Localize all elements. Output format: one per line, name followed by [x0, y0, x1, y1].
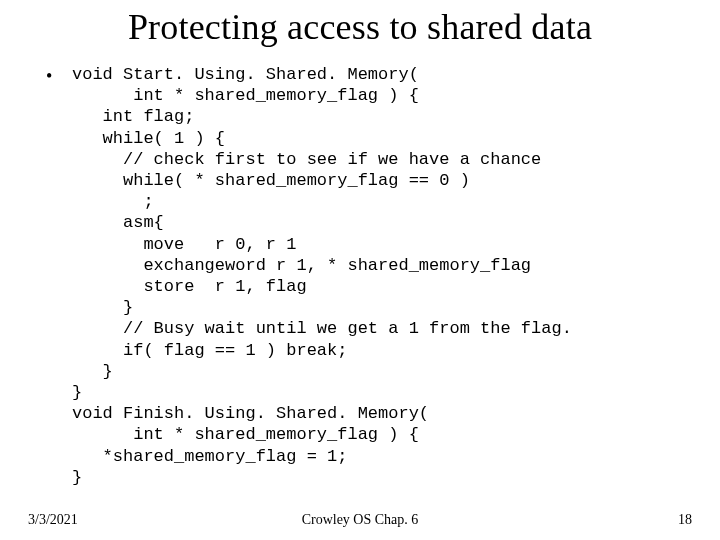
- bullet-dot: •: [46, 64, 72, 87]
- footer-center: Crowley OS Chap. 6: [0, 512, 720, 528]
- bullet-item: • void Start. Using. Shared. Memory( int…: [46, 64, 700, 488]
- code-block: void Start. Using. Shared. Memory( int *…: [72, 64, 572, 488]
- slide-title: Protecting access to shared data: [0, 6, 720, 48]
- slide: Protecting access to shared data • void …: [0, 0, 720, 540]
- footer-page-number: 18: [678, 512, 692, 528]
- slide-body: • void Start. Using. Shared. Memory( int…: [46, 64, 700, 488]
